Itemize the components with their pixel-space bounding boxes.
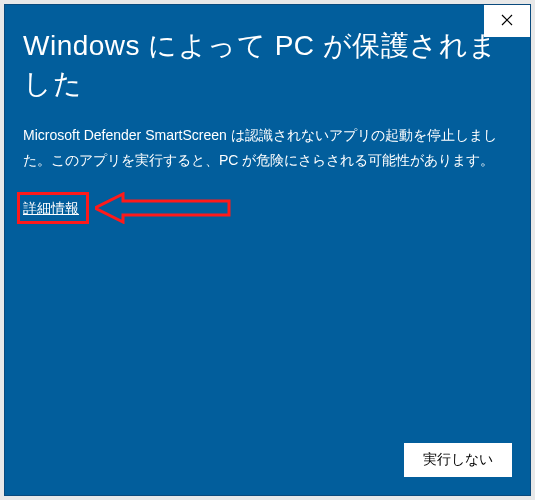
dont-run-button[interactable]: 実行しない	[404, 443, 512, 477]
dialog-title: Windows によって PC が保護されました	[23, 27, 513, 103]
dialog-body: Microsoft Defender SmartScreen は認識されないアプ…	[23, 123, 521, 172]
svg-marker-0	[95, 194, 229, 222]
more-info-link[interactable]: 詳細情報	[23, 200, 79, 218]
annotation-arrow	[95, 192, 235, 224]
smartscreen-dialog: Windows によって PC が保護されました Microsoft Defen…	[4, 4, 531, 496]
